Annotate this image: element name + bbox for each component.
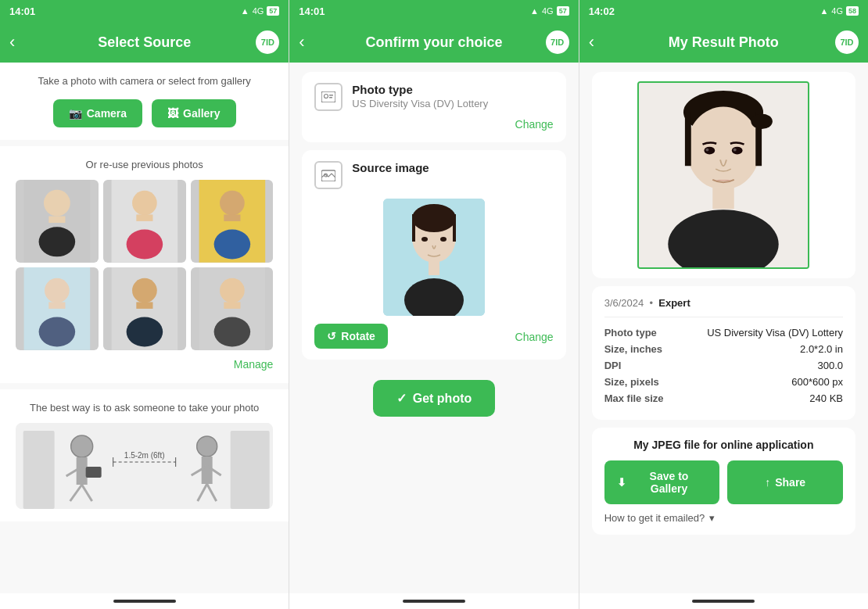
svg-point-64 xyxy=(751,113,773,129)
photo-type-label: Photo type xyxy=(352,83,553,96)
file-title: My JPEG file for online application xyxy=(604,439,843,451)
camera-button[interactable]: 📷 Camera xyxy=(53,99,142,127)
svg-rect-42 xyxy=(231,431,270,509)
home-indicator-3 xyxy=(692,600,755,603)
source-image-label: Source image xyxy=(352,161,429,174)
change-photo-type[interactable]: Change xyxy=(515,118,554,131)
expert-badge: Expert xyxy=(658,297,690,309)
photo-thumb-5[interactable] xyxy=(103,267,186,350)
share-label: Share xyxy=(775,476,805,489)
camera-icon: 📷 xyxy=(69,107,82,120)
rotate-icon: ↺ xyxy=(327,330,336,342)
screen3-body: 3/6/2024 • Expert Photo type US Diversit… xyxy=(579,63,868,593)
status-time-2: 14:01 xyxy=(299,5,325,17)
photo-type-info: Photo type US Diversity Visa (DV) Lotter… xyxy=(352,83,553,109)
share-button[interactable]: ↑ Share xyxy=(727,460,843,504)
get-photo-wrapper: ✓ Get photo xyxy=(302,367,565,429)
manage-link[interactable]: Manage xyxy=(16,358,273,371)
screen2-body: Photo type US Diversity Visa (DV) Lotter… xyxy=(289,63,578,593)
source-image-icon xyxy=(314,161,343,189)
photo-thumb-4[interactable] xyxy=(16,267,99,350)
svg-rect-11 xyxy=(224,214,240,220)
home-indicator-1 xyxy=(113,600,176,603)
svg-point-68 xyxy=(732,147,743,155)
email-link[interactable]: How to get it emailed? ▾ xyxy=(604,512,843,524)
status-bar-2: 14:01 ▲ 4G 57 xyxy=(289,0,578,22)
rotate-button[interactable]: ↺ Rotate xyxy=(314,324,388,349)
meta-val-3: 600*600 px xyxy=(791,376,843,388)
header-2: ‹ Confirm your choice 7ID xyxy=(289,22,578,63)
svg-point-1 xyxy=(44,190,70,217)
bottom-bar-2 xyxy=(289,593,578,609)
svg-rect-7 xyxy=(136,214,152,220)
screen-select-source: 14:01 ▲ 4G 57 ‹ Select Source 7ID Take a… xyxy=(0,0,289,609)
checkmark-icon: ✓ xyxy=(396,391,407,406)
svg-rect-47 xyxy=(329,97,332,99)
gallery-button[interactable]: 🖼 Gallery xyxy=(152,99,235,127)
photo-thumb-6[interactable] xyxy=(191,267,274,350)
screens-container: 14:01 ▲ 4G 57 ‹ Select Source 7ID Take a… xyxy=(0,0,868,609)
meta-val-0: US Diversity Visa (DV) Lottery xyxy=(707,327,843,339)
svg-point-17 xyxy=(132,278,157,303)
home-indicator-2 xyxy=(403,600,465,603)
svg-rect-65 xyxy=(713,188,734,209)
network-type-3: 4G xyxy=(831,6,843,16)
svg-text:1.5-2m (6ft): 1.5-2m (6ft) xyxy=(124,451,165,460)
meta-val-2: 300.0 xyxy=(817,360,843,371)
meta-val-4: 240 KB xyxy=(809,392,843,404)
screen-result: 14:02 ▲ 4G 58 ‹ My Result Photo 7ID xyxy=(579,0,868,609)
action-buttons: ⬇ Save to Gallery ↑ Share xyxy=(604,460,843,504)
source-subtitle: Take a photo with camera or select from … xyxy=(16,75,273,87)
meta-key-1: Size, inches xyxy=(604,343,675,355)
chevron-down-icon: ▾ xyxy=(709,512,715,524)
save-to-gallery-button[interactable]: ⬇ Save to Gallery xyxy=(604,460,720,504)
svg-point-6 xyxy=(126,229,163,259)
battery-2: 57 xyxy=(557,6,569,16)
share-icon: ↑ xyxy=(765,476,770,489)
meta-row-3: Size, pixels 600*600 px xyxy=(604,376,843,388)
get-photo-label: Get photo xyxy=(413,392,472,406)
meta-row-4: Max file size 240 KB xyxy=(604,392,843,404)
photo-type-icon xyxy=(314,83,343,111)
meta-key-4: Max file size xyxy=(604,392,675,404)
bottom-bar-1 xyxy=(0,593,289,609)
save-label: Save to Gallery xyxy=(631,470,708,495)
svg-rect-53 xyxy=(412,214,415,242)
meta-table: Photo type US Diversity Visa (DV) Lotter… xyxy=(604,327,843,404)
svg-rect-26 xyxy=(77,457,88,485)
photo-thumb-3[interactable] xyxy=(191,180,274,263)
svg-rect-3 xyxy=(48,217,65,223)
photo-thumb-2[interactable] xyxy=(103,180,186,263)
svg-point-57 xyxy=(421,237,428,242)
svg-point-18 xyxy=(126,317,163,346)
svg-rect-55 xyxy=(429,261,439,275)
tip-illustration: 1.5-2m (6ft) xyxy=(16,423,273,509)
person-photo-4 xyxy=(16,267,99,350)
network-type-2: 4G xyxy=(542,6,554,16)
status-bar-3: 14:02 ▲ 4G 58 xyxy=(579,0,868,22)
meta-key-3: Size, pixels xyxy=(604,376,675,388)
source-image-preview xyxy=(383,199,485,316)
meta-row-2: DPI 300.0 xyxy=(604,360,843,371)
get-photo-button[interactable]: ✓ Get photo xyxy=(373,380,496,417)
source-section: Take a photo with camera or select from … xyxy=(0,63,289,140)
svg-point-61 xyxy=(687,107,760,190)
svg-rect-37 xyxy=(202,457,213,484)
back-button-3[interactable]: ‹ xyxy=(589,32,612,52)
status-icons-1: ▲ 4G 57 xyxy=(241,6,280,16)
change-source-image[interactable]: Change xyxy=(515,331,554,343)
photo-thumb-1[interactable] xyxy=(16,180,99,263)
back-button-2[interactable]: ‹ xyxy=(299,32,322,52)
status-icons-2: ▲ 4G 57 xyxy=(530,6,569,16)
svg-point-70 xyxy=(733,149,737,152)
svg-point-13 xyxy=(45,278,70,303)
svg-point-52 xyxy=(412,204,456,232)
person-photo-5 xyxy=(103,267,186,350)
source-bottom-row: ↺ Rotate Change xyxy=(314,324,553,349)
back-button-1[interactable]: ‹ xyxy=(9,32,33,52)
bottom-bar-3 xyxy=(579,593,868,609)
signal-icon-2: ▲ xyxy=(530,6,539,16)
header-title-2: Confirm your choice xyxy=(322,34,545,51)
svg-point-58 xyxy=(440,237,447,242)
svg-point-9 xyxy=(220,191,245,216)
